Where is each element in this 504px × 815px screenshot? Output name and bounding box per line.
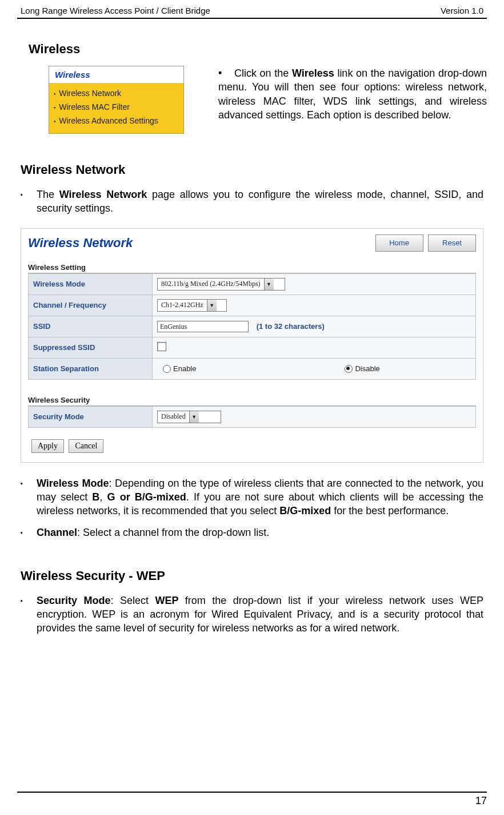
header-left: Long Range Wireless Access Point / Clien… bbox=[21, 6, 210, 15]
select-value: Disabled bbox=[158, 412, 189, 421]
page-number: 17 bbox=[475, 795, 487, 806]
sidebar-item-wireless-network[interactable]: Wireless Network bbox=[53, 86, 180, 100]
row-label-mode: Wireless Mode bbox=[29, 273, 153, 295]
txt-bold: B/G-mixed bbox=[279, 505, 331, 516]
suppressed-ssid-checkbox[interactable] bbox=[157, 342, 166, 351]
bullet-icon: ▪ bbox=[21, 476, 37, 518]
section-network-title: Wireless Network bbox=[21, 162, 487, 177]
row-label-channel: Channel / Frequency bbox=[29, 295, 153, 316]
row-label-ssid: SSID bbox=[29, 316, 153, 337]
ssid-input[interactable]: EnGenius bbox=[157, 321, 249, 332]
bullet-channel: ▪ Channel: Select a channel from the dro… bbox=[21, 526, 483, 539]
station-sep-disable-radio[interactable] bbox=[345, 365, 353, 373]
select-value: 802.11b/g Mixed (2.4GHz/54Mbps) bbox=[158, 280, 264, 288]
txt-bold: B bbox=[92, 491, 99, 503]
txt: : Select a channel from the drop-down li… bbox=[77, 527, 269, 538]
txt: , bbox=[99, 491, 107, 503]
row-label-security-mode: Security Mode bbox=[29, 406, 153, 427]
ssid-hint: (1 to 32 characters) bbox=[257, 322, 325, 331]
radio-label: Enable bbox=[173, 364, 196, 373]
bullet-icon: ▪ bbox=[218, 66, 224, 71]
txt: The bbox=[37, 189, 59, 200]
home-button[interactable]: Home bbox=[375, 234, 423, 252]
sidebar-nav-screenshot: Wireless Wireless Network Wireless MAC F… bbox=[49, 66, 184, 134]
txt-bold: G or B/G-mixed bbox=[107, 491, 186, 503]
txt-bold: Wireless Network bbox=[59, 189, 147, 200]
apply-button[interactable]: Apply bbox=[31, 439, 64, 453]
panel-title: Wireless Network bbox=[28, 231, 133, 255]
term: Wireless Mode bbox=[37, 478, 109, 489]
intro-pre: Click on the bbox=[234, 67, 292, 79]
row-label-separation: Station Separation bbox=[29, 358, 153, 379]
chevron-down-icon: ▼ bbox=[207, 300, 217, 311]
group-wireless-security: Wireless Security bbox=[28, 396, 476, 406]
chevron-down-icon: ▼ bbox=[189, 411, 199, 423]
intro-paragraph: ▪Click on the Wireless link on the navig… bbox=[218, 66, 487, 122]
row-label-suppressed: Suppressed SSID bbox=[29, 337, 153, 358]
wireless-mode-select[interactable]: 802.11b/g Mixed (2.4GHz/54Mbps) ▼ bbox=[157, 278, 285, 291]
txt: for the best performance. bbox=[331, 505, 449, 516]
txt: : Select bbox=[110, 595, 155, 606]
bullet-security-mode: ▪ Security Mode: Select WEP from the dro… bbox=[21, 594, 483, 635]
security-table: Security Mode Disabled ▼ bbox=[28, 406, 476, 428]
term: Channel bbox=[37, 527, 77, 538]
station-sep-enable-radio[interactable] bbox=[163, 365, 171, 373]
channel-select[interactable]: Ch1-2.412GHz ▼ bbox=[157, 299, 227, 312]
term: Security Mode bbox=[37, 595, 110, 606]
txt-bold: WEP bbox=[155, 595, 178, 606]
bullet-icon: ▪ bbox=[21, 188, 37, 216]
section-security-title: Wireless Security - WEP bbox=[21, 568, 487, 583]
doc-header: Long Range Wireless Access Point / Clien… bbox=[17, 0, 487, 19]
settings-table: Wireless Mode 802.11b/g Mixed (2.4GHz/54… bbox=[28, 273, 476, 380]
section-wireless-title: Wireless bbox=[29, 42, 487, 57]
bullet-icon: ▪ bbox=[21, 594, 37, 635]
intro-bold: Wireless bbox=[292, 67, 334, 79]
header-right: Version 1.0 bbox=[441, 6, 483, 15]
bullet-wireless-mode: ▪ Wireless Mode: Depending on the type o… bbox=[21, 476, 483, 518]
select-value: Ch1-2.412GHz bbox=[158, 301, 207, 309]
reset-button[interactable]: Reset bbox=[428, 234, 476, 252]
security-mode-select[interactable]: Disabled ▼ bbox=[157, 411, 221, 423]
wireless-network-screenshot: Wireless Network Home Reset Wireless Set… bbox=[21, 228, 483, 463]
cancel-button[interactable]: Cancel bbox=[69, 439, 103, 453]
page-footer: 17 bbox=[17, 792, 487, 807]
radio-label: Disable bbox=[355, 364, 379, 373]
sidebar-header: Wireless bbox=[49, 66, 183, 83]
network-intro-paragraph: ▪ The Wireless Network page allows you t… bbox=[21, 188, 483, 216]
group-wireless-setting: Wireless Setting bbox=[28, 263, 476, 273]
sidebar-item-mac-filter[interactable]: Wireless MAC Filter bbox=[53, 100, 180, 114]
bullet-icon: ▪ bbox=[21, 526, 37, 539]
chevron-down-icon: ▼ bbox=[264, 279, 274, 290]
sidebar-item-advanced[interactable]: Wireless Advanced Settings bbox=[53, 114, 180, 128]
